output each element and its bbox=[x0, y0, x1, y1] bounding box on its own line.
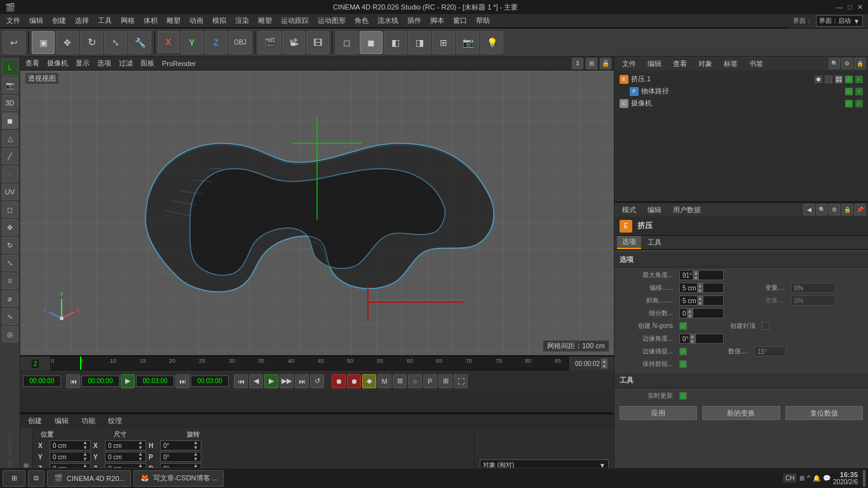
camera-active[interactable]: ✓ bbox=[845, 100, 853, 107]
rp-tab-tag[interactable]: 标签 bbox=[719, 58, 743, 70]
goto-start-btn[interactable]: ⏮ bbox=[66, 374, 80, 388]
btab-function[interactable]: 功能 bbox=[76, 415, 100, 427]
start-time-field[interactable]: 00:00:00 bbox=[23, 376, 61, 387]
lt-mat-btn[interactable]: ◎ bbox=[2, 326, 18, 342]
h-down[interactable]: ▼ bbox=[193, 445, 198, 451]
btab-create[interactable]: 创建 bbox=[23, 415, 47, 427]
tray-ch[interactable]: CH bbox=[783, 473, 797, 483]
menu-plugin[interactable]: 插件 bbox=[403, 15, 425, 27]
vp-display-btn[interactable]: 显示 bbox=[73, 58, 92, 68]
y-pos-field[interactable]: 0 cm ▲ ▼ bbox=[50, 452, 91, 462]
maximize-btn[interactable]: □ bbox=[848, 3, 852, 11]
menu-motiontrack[interactable]: 运动跟踪 bbox=[277, 15, 313, 27]
lock-icon[interactable]: 🔒 bbox=[854, 58, 865, 69]
y-pos-down[interactable]: ▼ bbox=[83, 457, 88, 462]
tray-caret[interactable]: ^ bbox=[807, 475, 810, 482]
rp-tab-edit[interactable]: 编辑 bbox=[642, 58, 667, 70]
bevel-field[interactable]: 5 cm ▲ ▼ bbox=[679, 295, 724, 306]
menu-mograph[interactable]: 运动图形 bbox=[314, 15, 349, 27]
axis-z-btn[interactable]: Z bbox=[205, 31, 227, 54]
current-time-field[interactable]: 00:00:00 bbox=[81, 376, 119, 387]
menu-render[interactable]: 渲染 bbox=[231, 15, 253, 27]
lt-rot-btn[interactable]: ↻ bbox=[2, 237, 18, 254]
end-frame-down[interactable]: ▼ bbox=[601, 363, 607, 369]
extrude-vis2[interactable] bbox=[825, 76, 832, 83]
vp-maximize-btn[interactable]: ⇕ bbox=[572, 58, 583, 69]
axis-y-btn[interactable]: Y bbox=[180, 31, 203, 54]
ma-down[interactable]: ▼ bbox=[693, 275, 699, 280]
goto-end-btn[interactable]: ⏭ bbox=[175, 374, 189, 388]
lt-sel-btn[interactable]: ◻ bbox=[2, 201, 18, 218]
minimize-btn[interactable]: — bbox=[836, 3, 843, 11]
c4d-task[interactable]: 🎬 CINEMA 4D R20... bbox=[47, 470, 131, 487]
tray-grid[interactable]: ⊞ bbox=[799, 475, 804, 482]
attr-tab-user[interactable]: 用户数据 bbox=[668, 204, 706, 216]
menu-edit[interactable]: 编辑 bbox=[25, 15, 47, 27]
p-down[interactable]: ▼ bbox=[193, 457, 198, 462]
lt-poly-btn[interactable]: △ bbox=[2, 130, 18, 147]
lt-live-btn[interactable]: L bbox=[2, 59, 18, 76]
lt-edge-btn[interactable]: ╱ bbox=[2, 148, 18, 165]
menu-tools[interactable]: 工具 bbox=[94, 15, 116, 27]
motion-record-btn[interactable]: M bbox=[377, 374, 391, 388]
vp-camera-btn[interactable]: 摄像机 bbox=[44, 58, 71, 68]
playhead[interactable] bbox=[80, 356, 81, 370]
menu-character[interactable]: 角色 bbox=[351, 15, 372, 27]
attr-gear-icon[interactable]: ⚙ bbox=[829, 204, 840, 215]
y-size-field[interactable]: 0 cm ▲ ▼ bbox=[105, 452, 146, 462]
extrude-vis1[interactable] bbox=[815, 76, 822, 83]
menu-script[interactable]: 脚本 bbox=[426, 15, 448, 27]
ea-down[interactable]: ▼ bbox=[689, 339, 696, 344]
menu-window[interactable]: 窗口 bbox=[449, 15, 471, 27]
extrude-render[interactable]: ✓ bbox=[855, 76, 863, 83]
attr-sub-options[interactable]: 选项 bbox=[617, 236, 641, 249]
menu-animate[interactable]: 动画 bbox=[186, 15, 207, 27]
record-btn[interactable]: ⏺ bbox=[332, 374, 346, 388]
h-rot-field[interactable]: 0° ▲ ▼ bbox=[160, 440, 201, 451]
variance-field[interactable]: 0% bbox=[791, 283, 836, 293]
subdiv-field[interactable]: 0 ▲ ▼ bbox=[679, 308, 724, 318]
interface-dropdown[interactable]: 界面：启动 ▼ bbox=[816, 15, 863, 27]
sub-down[interactable]: ▼ bbox=[687, 313, 693, 318]
display-shaded-btn[interactable]: ◼ bbox=[360, 31, 383, 54]
edge-angle-field[interactable]: 0° ▲ ▼ bbox=[679, 334, 724, 344]
display-light-btn[interactable]: 💡 bbox=[480, 31, 503, 54]
loop-btn[interactable]: ↺ bbox=[310, 374, 324, 388]
viewport-render3-btn[interactable]: 🎞 bbox=[306, 31, 329, 54]
ea-up[interactable]: ▲ bbox=[689, 334, 696, 339]
onion-btn[interactable]: ○ bbox=[408, 374, 422, 388]
new-transform-btn[interactable]: 新的变换 bbox=[702, 406, 780, 420]
menu-mesh[interactable]: 网格 bbox=[117, 15, 139, 27]
vp-filter-btn[interactable]: 过滤 bbox=[116, 58, 135, 68]
end-frame-up[interactable]: ▲ bbox=[601, 358, 607, 363]
undo-btn[interactable]: ↩ bbox=[3, 31, 25, 54]
viewport-render2-btn[interactable]: 📽 bbox=[282, 31, 305, 54]
gear-icon[interactable]: ⚙ bbox=[841, 58, 853, 69]
menu-file[interactable]: 文件 bbox=[3, 15, 24, 27]
display-cam-btn[interactable]: 📷 bbox=[456, 31, 479, 54]
lt-render-btn[interactable]: 📷 bbox=[2, 77, 18, 93]
lt-scale-btn[interactable]: ⤡ bbox=[2, 255, 18, 271]
current-frame[interactable]: 2 bbox=[32, 360, 39, 368]
play-forward-btn[interactable]: ▶ bbox=[121, 374, 135, 388]
attr-tab-edit[interactable]: 编辑 bbox=[642, 204, 667, 216]
menu-sculpt2[interactable]: 雕塑 bbox=[254, 15, 276, 27]
3d-viewport[interactable]: 透视视图 网格间距：100 cm bbox=[20, 71, 614, 355]
clock-area[interactable]: 16:35 2020/2/6 bbox=[833, 471, 858, 485]
tray-bell[interactable]: 🔔 bbox=[813, 475, 820, 482]
keep-groups-check[interactable]: ✓ bbox=[679, 360, 687, 368]
play-btn[interactable]: ▶ bbox=[264, 374, 278, 388]
camera-render[interactable]: ✓ bbox=[855, 100, 863, 107]
display-lgt-btn[interactable]: ◨ bbox=[408, 31, 431, 54]
play-reverse-btn[interactable]: ◀ bbox=[249, 374, 263, 388]
search-icon[interactable]: 🔍 bbox=[829, 58, 840, 69]
lt-uv-btn[interactable]: UV bbox=[2, 184, 18, 200]
lt-snap-btn[interactable]: S bbox=[2, 273, 18, 289]
scale-mode-btn[interactable]: ⤡ bbox=[104, 31, 127, 54]
extrude-check[interactable] bbox=[835, 76, 843, 83]
display-grid-btn[interactable]: ⊞ bbox=[432, 31, 455, 54]
menu-sculpt[interactable]: 雕塑 bbox=[163, 15, 184, 27]
off-down[interactable]: ▼ bbox=[697, 288, 703, 293]
vp-view-btn[interactable]: 查看 bbox=[23, 58, 42, 68]
vp-lock-btn[interactable]: 🔒 bbox=[600, 58, 611, 69]
